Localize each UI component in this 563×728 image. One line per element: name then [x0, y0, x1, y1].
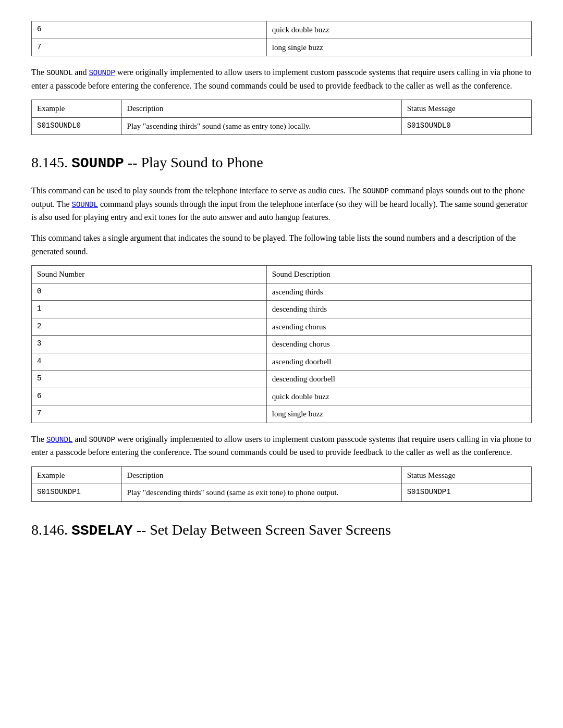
sound-table-row-6: 6 quick double buzz — [32, 388, 532, 405]
soundp-mono-2: SOUNDP — [89, 436, 115, 444]
section-145-para-1: This command can be used to play sounds … — [31, 184, 532, 224]
sound-desc-3: descending chorus — [266, 336, 531, 353]
soundp-link-1[interactable]: SOUNDP — [89, 69, 115, 77]
section-145-heading: 8.145. SOUNDP -- Play Sound to Phone — [31, 152, 532, 175]
sound-table-row-2: 2 ascending chorus — [32, 318, 532, 336]
sound-number-header: Sound Number — [32, 266, 267, 283]
example-table-2: Example Description Status Message S01SO… — [31, 466, 532, 502]
soundl-link-3[interactable]: SOUNDL — [46, 436, 72, 444]
sound-table-header: Sound Number Sound Description — [32, 266, 532, 283]
sound-table-row-7: 7 long single buzz — [32, 405, 532, 423]
sound-description-header: Sound Description — [266, 266, 531, 283]
soundp-mono: SOUNDP — [363, 187, 389, 195]
sound-desc-6: quick double buzz — [266, 388, 531, 405]
top-table-row1-desc: quick double buzz — [266, 21, 531, 39]
sound-number-5: 5 — [32, 371, 267, 388]
status-2-header: Status Message — [401, 466, 531, 484]
sound-table-row-4: 4 ascending doorbell — [32, 353, 532, 371]
sound-number-2: 2 — [32, 318, 267, 336]
table-row: 7 long single buzz — [32, 39, 532, 56]
sound-desc-4: ascending doorbell — [266, 353, 531, 371]
example-1-desc: Play "ascending thirds" sound (same as e… — [121, 117, 401, 135]
top-table-row1-number: 6 — [32, 21, 267, 39]
status-header: Status Message — [401, 100, 531, 118]
sound-number-4: 4 — [32, 353, 267, 371]
sound-desc-1: descending thirds — [266, 301, 531, 318]
sound-table-row-5: 5 descending doorbell — [32, 371, 532, 388]
soundl-intro-para: The SOUNDL and SOUNDP were originally im… — [31, 66, 532, 92]
example-table-2-header-row: Example Description Status Message — [32, 466, 532, 484]
sound-number-6: 6 — [32, 388, 267, 405]
section-146-title: -- Set Delay Between Screen Saver Screen… — [133, 522, 391, 538]
soundp-outro-para: The SOUNDL and SOUNDP were originally im… — [31, 433, 532, 459]
sound-number-7: 7 — [32, 405, 267, 423]
example-table-1: Example Description Status Message S01SO… — [31, 100, 532, 135]
example-2-value: S01SOUNDP1 — [32, 484, 122, 502]
table-row: 6 quick double buzz — [32, 21, 532, 39]
example-1-status: S01SOUNDL0 — [401, 117, 531, 135]
sound-number-1: 1 — [32, 301, 267, 318]
sound-number-3: 3 — [32, 336, 267, 353]
section-145-number: 8.145. — [31, 154, 71, 170]
example-header: Example — [32, 100, 122, 118]
sound-table: Sound Number Sound Description 0 ascendi… — [31, 265, 532, 423]
section-146-command: SSDELAY — [71, 523, 133, 539]
sound-desc-7: long single buzz — [266, 405, 531, 423]
example-2-status: S01SOUNDP1 — [401, 484, 531, 502]
sound-desc-2: ascending chorus — [266, 318, 531, 336]
section-146-number: 8.146. — [31, 522, 71, 538]
description-2-header: Description — [121, 466, 401, 484]
soundl-link-2[interactable]: SOUNDL — [71, 201, 97, 209]
top-table: 6 quick double buzz 7 long single buzz — [31, 21, 532, 56]
example-table-2-data-row: S01SOUNDP1 Play "descending thirds" soun… — [32, 484, 532, 502]
sound-number-0: 0 — [32, 283, 267, 301]
soundl-mono-text: SOUNDL — [46, 69, 72, 77]
section-145-command: SOUNDP — [71, 155, 124, 171]
top-table-row2-number: 7 — [32, 39, 267, 56]
example-2-header: Example — [32, 466, 122, 484]
example-1-value: S01SOUNDL0 — [32, 117, 122, 135]
sound-table-row-0: 0 ascending thirds — [32, 283, 532, 301]
description-header: Description — [121, 100, 401, 118]
section-146-heading: 8.146. SSDELAY -- Set Delay Between Scre… — [31, 521, 532, 540]
example-table-1-header-row: Example Description Status Message — [32, 100, 532, 118]
example-2-desc: Play "descending thirds" sound (same as … — [121, 484, 401, 502]
example-table-1-data-row: S01SOUNDL0 Play "ascending thirds" sound… — [32, 117, 532, 135]
sound-desc-0: ascending thirds — [266, 283, 531, 301]
sound-table-row-1: 1 descending thirds — [32, 301, 532, 318]
section-145-para-2: This command takes a single argument tha… — [31, 231, 532, 258]
section-145-title: -- Play Sound to Phone — [124, 154, 263, 170]
sound-desc-5: descending doorbell — [266, 371, 531, 388]
sound-table-row-3: 3 descending chorus — [32, 336, 532, 353]
top-table-row2-desc: long single buzz — [266, 39, 531, 56]
page-content: 6 quick double buzz 7 long single buzz T… — [31, 21, 532, 540]
